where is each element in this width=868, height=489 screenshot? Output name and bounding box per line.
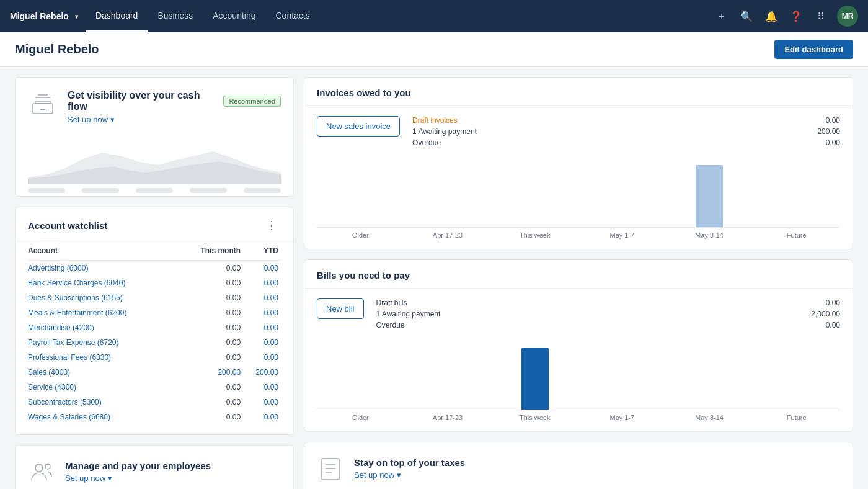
invoice-stats: Draft invoices 0.00 1 Awaiting payment 2… — [412, 116, 840, 150]
table-row: Bank Service Charges (6040)0.000.00 — [28, 276, 281, 290]
month-value: 200.00 — [179, 365, 243, 380]
stat-row: 1 Awaiting payment 2,000.00 — [376, 310, 840, 318]
page-header: Miguel Rebelo Edit dashboard — [0, 32, 868, 67]
table-row: Subcontractors (5300)0.000.00 — [28, 395, 281, 410]
bar-label: Future — [753, 414, 840, 421]
account-link[interactable]: Wages & Salaries (6680) — [28, 410, 179, 424]
bills-body: New bill Draft bills 0.00 1 Awaiting pay… — [304, 289, 852, 342]
col-account: Account — [28, 241, 179, 261]
col-month: This month — [179, 241, 243, 261]
employees-card: Manage and pay your employees Set up now… — [15, 445, 294, 489]
cashflow-label — [190, 188, 227, 193]
stat-label-awaiting-bills: 1 Awaiting payment — [376, 310, 441, 318]
account-link[interactable]: Bank Service Charges (6040) — [28, 276, 179, 290]
new-sales-invoice-button[interactable]: New sales invoice — [317, 116, 400, 137]
bar-label: May 8-14 — [666, 414, 753, 421]
stat-row: Overdue 0.00 — [412, 138, 840, 147]
nav-contacts[interactable]: Contacts — [266, 0, 320, 32]
stat-row: Draft bills 0.00 — [376, 298, 840, 307]
svg-point-5 — [35, 464, 43, 472]
top-navigation: Miguel Rebelo ▾ Dashboard Business Accou… — [0, 0, 868, 32]
cashflow-setup-link[interactable]: Set up now ▾ — [68, 115, 115, 124]
table-row: Payroll Tax Expense (6720)0.000.00 — [28, 335, 281, 350]
bar-label: May 1-7 — [578, 231, 666, 239]
stat-label-draft-bills: Draft bills — [376, 298, 407, 307]
edit-dashboard-button[interactable]: Edit dashboard — [774, 40, 853, 59]
month-value: 0.00 — [179, 290, 243, 305]
cashflow-chart — [28, 134, 281, 184]
ytd-value: 0.00 — [243, 320, 281, 335]
bills-chart: OlderApr 17-23This weekMay 1-7May 8-14Fu… — [304, 342, 852, 431]
cashflow-icon — [28, 90, 58, 120]
account-link[interactable]: Sales (4000) — [28, 365, 179, 380]
account-link[interactable]: Merchandise (4200) — [28, 320, 179, 335]
stat-label-draft: Draft invoices — [412, 116, 458, 125]
main-content: Get visibility over your cash flow Recom… — [0, 67, 868, 489]
account-watchlist-card: Account watchlist ⋮ Account This month Y… — [15, 207, 294, 435]
taxes-card: Stay on top of your taxes Set up now ▾ — [304, 442, 853, 489]
watchlist-table-wrap: Account This month YTD Advertising (6000… — [16, 241, 293, 434]
brand-chevron-icon: ▾ — [75, 13, 78, 20]
watchlist-menu-button[interactable]: ⋮ — [262, 217, 281, 233]
table-row: Advertising (6000)0.000.00 — [28, 261, 281, 276]
account-link[interactable]: Meals & Entertainment (6200) — [28, 305, 179, 320]
stat-value-overdue-bills: 0.00 — [826, 321, 840, 330]
ytd-value: 0.00 — [243, 380, 281, 395]
ytd-value: 0.00 — [243, 261, 281, 276]
ytd-value: 0.00 — [243, 395, 281, 410]
account-link[interactable]: Dues & Subscriptions (6155) — [28, 290, 179, 305]
chevron-down-icon: ▾ — [108, 473, 112, 483]
taxes-setup: Stay on top of your taxes Set up now ▾ — [304, 442, 852, 489]
invoices-title: Invoices owed to you — [317, 87, 411, 98]
stat-row: Draft invoices 0.00 — [412, 116, 840, 125]
nav-dashboard[interactable]: Dashboard — [86, 0, 148, 32]
employees-setup-link[interactable]: Set up now ▾ — [65, 473, 112, 483]
stat-row: Overdue 0.00 — [376, 321, 840, 330]
invoices-card: Invoices owed to you New sales invoice D… — [304, 77, 853, 249]
month-value: 0.00 — [179, 320, 243, 335]
chevron-down-icon: ▾ — [110, 115, 115, 124]
bar-fill — [696, 165, 723, 227]
bill-stats: Draft bills 0.00 1 Awaiting payment 2,00… — [376, 298, 840, 332]
table-row: Merchandise (4200)0.000.00 — [28, 320, 281, 335]
account-link[interactable]: Subcontractors (5300) — [28, 395, 179, 410]
ytd-value: 200.00 — [243, 365, 281, 380]
month-value: 0.00 — [179, 335, 243, 350]
add-button[interactable]: ＋ — [711, 5, 733, 27]
notifications-button[interactable]: 🔔 — [760, 5, 782, 27]
user-avatar[interactable]: MR — [837, 6, 858, 27]
page-title: Miguel Rebelo — [15, 42, 99, 56]
recommended-badge: Recommended — [223, 96, 281, 107]
bar-fill — [521, 348, 549, 410]
help-button[interactable]: ❓ — [785, 5, 807, 27]
stat-label-overdue-bills: Overdue — [376, 321, 405, 330]
svg-rect-10 — [322, 459, 339, 480]
taxes-setup-link[interactable]: Set up now ▾ — [354, 470, 401, 480]
account-link[interactable]: Professional Fees (6330) — [28, 350, 179, 365]
bar-segment — [491, 348, 578, 410]
cashflow-label — [244, 188, 281, 193]
bar-label: This week — [491, 231, 578, 239]
ytd-value: 0.00 — [243, 290, 281, 305]
nav-business[interactable]: Business — [148, 0, 203, 32]
col-ytd: YTD — [243, 241, 281, 261]
account-link[interactable]: Payroll Tax Expense (6720) — [28, 335, 179, 350]
bar-label: Apr 17-23 — [404, 414, 492, 421]
bar-segment — [666, 165, 753, 227]
stat-value-awaiting-bills: 2,000.00 — [811, 310, 840, 318]
brand-menu[interactable]: Miguel Rebelo ▾ — [10, 11, 86, 21]
bar-label: Future — [753, 231, 840, 239]
invoice-action: New sales invoice — [317, 116, 400, 150]
ytd-value: 0.00 — [243, 305, 281, 320]
apps-button[interactable]: ⠿ — [810, 5, 832, 27]
stat-row: 1 Awaiting payment 200.00 — [412, 127, 840, 136]
bar-label: May 1-7 — [578, 414, 666, 421]
stat-label-overdue: Overdue — [412, 138, 441, 147]
account-link[interactable]: Service (4300) — [28, 380, 179, 395]
account-link[interactable]: Advertising (6000) — [28, 261, 179, 276]
new-bill-button[interactable]: New bill — [317, 298, 364, 319]
nav-accounting[interactable]: Accounting — [203, 0, 265, 32]
search-button[interactable]: 🔍 — [735, 5, 758, 27]
bar-label: Older — [317, 231, 404, 239]
cashflow-label — [82, 188, 119, 193]
